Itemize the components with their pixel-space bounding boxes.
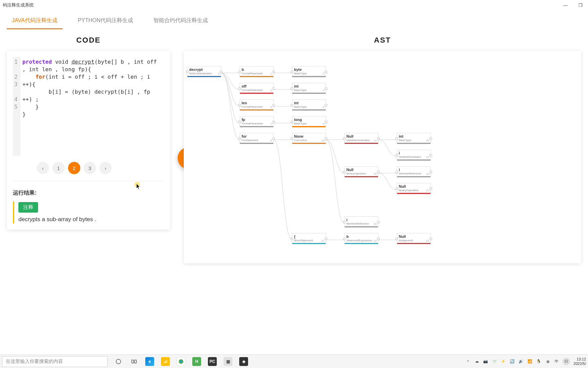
line-gutter: 1 2 3 4 5 bbox=[13, 57, 20, 156]
app-icon-2[interactable]: ◈ bbox=[236, 355, 251, 368]
code-heading: CODE bbox=[7, 30, 170, 51]
ast-card: decryptMethodDeclaration0bFormalParamete… bbox=[184, 51, 581, 263]
ast-heading: AST bbox=[184, 30, 581, 51]
tray-up-icon[interactable]: ^ bbox=[465, 359, 471, 364]
cursor-icon bbox=[136, 184, 141, 190]
page-3[interactable]: 3 bbox=[84, 162, 96, 174]
ast-node[interactable]: intBasicType12 bbox=[397, 133, 431, 144]
ast-node[interactable]: NoneForControl10 bbox=[292, 133, 326, 144]
page-1[interactable]: 1 bbox=[52, 162, 65, 174]
tray-shield-icon[interactable]: 🛡 bbox=[492, 359, 497, 364]
tray-power-icon[interactable]: ⚡ bbox=[501, 359, 506, 364]
chrome-icon[interactable] bbox=[174, 355, 189, 368]
pagination: ‹ 1 2 3 › bbox=[13, 156, 164, 175]
tray-cloud-icon[interactable]: ☁ bbox=[474, 359, 479, 364]
ast-node[interactable]: NullBinaryOperation17 bbox=[397, 183, 431, 194]
tab-java[interactable]: JAVA代码注释生成 bbox=[7, 14, 63, 29]
tray-volume-icon[interactable]: 🔊 bbox=[518, 359, 524, 364]
divider bbox=[13, 181, 164, 181]
cortana-icon[interactable] bbox=[127, 355, 142, 368]
ast-node[interactable]: bFormalParameter1 bbox=[240, 66, 274, 77]
page-prev[interactable]: ‹ bbox=[37, 162, 49, 174]
pycharm-icon[interactable]: PC bbox=[205, 355, 220, 368]
svg-point-0 bbox=[116, 359, 121, 364]
ast-node[interactable]: {BlockStatement21 bbox=[292, 233, 326, 244]
file-explorer-icon[interactable]: 📁 bbox=[158, 355, 173, 368]
system-tray: ^ ☁ 📷 🛡 ⚡ 🔄 🔊 📶 🐧 🖥 中 52 13:12 2022/5/ bbox=[463, 357, 588, 366]
edge-icon[interactable]: e bbox=[142, 355, 157, 368]
taskbar-search[interactable]: 在这里输入你要搜索的内容 bbox=[2, 356, 108, 367]
page-2[interactable]: 2 bbox=[68, 162, 80, 174]
page-next[interactable]: › bbox=[99, 162, 112, 174]
taskbar: 在这里输入你要搜索的内容 e 📁 H PC ▦ ◈ ^ ☁ 📷 🛡 ⚡ 🔄 🔊 … bbox=[0, 354, 588, 368]
code-card: 1 2 3 4 5 protected void decrypt(byte[] … bbox=[7, 51, 170, 230]
ast-node[interactable]: longBasicType8 bbox=[292, 116, 326, 127]
tray-wifi-icon[interactable]: 📶 bbox=[527, 359, 533, 364]
code-editor[interactable]: 1 2 3 4 5 protected void decrypt(byte[] … bbox=[13, 57, 164, 156]
ast-node[interactable]: lenFormalParameter5 bbox=[240, 99, 274, 111]
ast-node[interactable]: offFormalParameter3 bbox=[240, 83, 274, 94]
ast-graph[interactable]: decryptMethodDeclaration0bFormalParamete… bbox=[187, 64, 578, 250]
code-content: protected void decrypt(byte[] b , int of… bbox=[20, 57, 164, 156]
minimize-button[interactable]: — bbox=[561, 2, 570, 9]
window-controls: — ❐ bbox=[561, 2, 585, 9]
ast-node[interactable]: intBasicType4 bbox=[292, 83, 326, 94]
tray-monitor-icon[interactable]: 🖥 bbox=[545, 359, 550, 364]
ast-node[interactable]: NullBinaryOperation15 bbox=[344, 166, 378, 178]
ast-node[interactable]: bStatementExpression22 bbox=[344, 233, 378, 244]
window-title: 码注释生成系统 bbox=[3, 2, 34, 8]
titlebar: 码注释生成系统 — ❐ bbox=[0, 0, 588, 10]
tray-sync-icon[interactable]: 🔄 bbox=[509, 359, 515, 364]
svg-rect-1 bbox=[132, 360, 133, 363]
ast-node[interactable]: iVariableDeclarator12 bbox=[397, 150, 431, 161]
result-label: 运行结果: bbox=[13, 187, 164, 201]
tray-camera-icon[interactable]: 📷 bbox=[483, 359, 488, 364]
tray-ime-icon[interactable]: 中 bbox=[554, 359, 559, 364]
ast-node[interactable]: iMemberReference16 bbox=[397, 166, 431, 178]
taskbar-clock[interactable]: 13:12 2022/5/ bbox=[573, 357, 586, 366]
app-h-icon[interactable]: H bbox=[189, 355, 204, 368]
app-icon-1[interactable]: ▦ bbox=[220, 355, 235, 368]
tab-contract[interactable]: 智能合约代码注释生成 bbox=[148, 14, 213, 29]
result-text: decrypts a sub-array of bytes . bbox=[18, 216, 164, 223]
result-box: 注释 decrypts a sub-array of bytes . bbox=[13, 201, 164, 224]
ast-node[interactable]: decryptMethodDeclaration0 bbox=[187, 66, 221, 77]
tray-notification-badge[interactable]: 52 bbox=[562, 358, 570, 365]
svg-point-4 bbox=[180, 361, 182, 363]
tab-python[interactable]: PYTHON代码注释生成 bbox=[73, 14, 138, 29]
task-view-icon[interactable] bbox=[111, 355, 126, 368]
tray-penguin-icon[interactable]: 🐧 bbox=[536, 359, 541, 364]
ast-node[interactable]: byteBasicType2 bbox=[292, 66, 326, 77]
maximize-button[interactable]: ❐ bbox=[576, 2, 585, 9]
ast-node[interactable]: iMemberReference20 bbox=[344, 216, 378, 228]
tab-bar: JAVA代码注释生成 PYTHON代码注释生成 智能合约代码注释生成 bbox=[0, 10, 588, 30]
ast-node[interactable]: NullAssignment23 bbox=[397, 233, 431, 244]
ast-node[interactable]: fpFormalParameter7 bbox=[240, 116, 274, 127]
ast-node[interactable]: NullVariableDeclaration11 bbox=[344, 133, 378, 144]
svg-rect-2 bbox=[135, 360, 136, 363]
comment-badge: 注释 bbox=[18, 202, 38, 213]
ast-node[interactable]: intBasicType6 bbox=[292, 99, 326, 111]
ast-node[interactable]: forForStatement9 bbox=[240, 133, 274, 144]
